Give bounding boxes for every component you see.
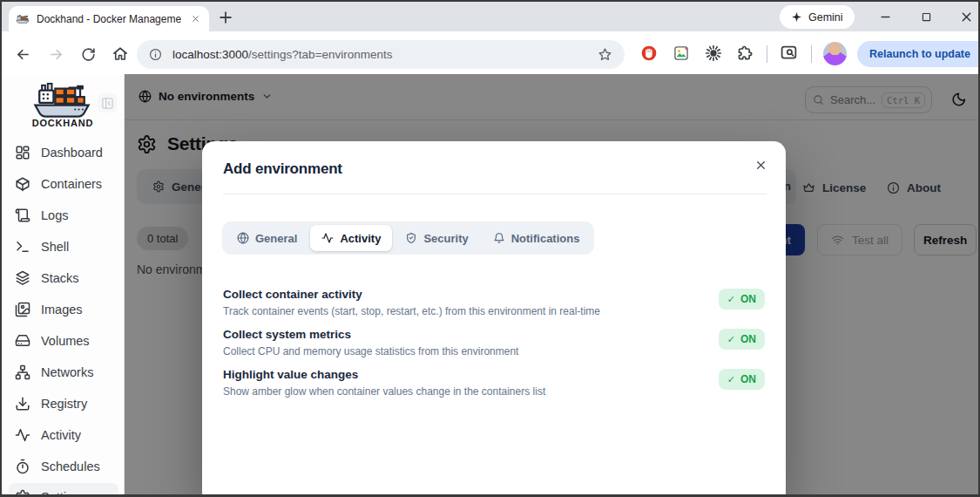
sidebar-item-volumes[interactable]: Volumes [9,328,118,354]
sidebar-item-registry[interactable]: Registry [9,391,118,417]
download-icon [15,396,30,412]
browser-window: Dockhand - Docker Manageme Gemini localh… [0,0,980,497]
modal-tab-security[interactable]: Security [394,225,479,251]
sidebar-item-schedules[interactable]: Schedules [9,453,118,480]
sidebar-item-containers[interactable]: Containers [9,171,118,197]
back-button[interactable] [11,43,34,65]
timer-icon [15,459,30,474]
modal-close-icon[interactable] [751,155,770,174]
ship-favicon-icon [16,12,30,26]
box-icon [15,176,30,192]
browser-tabstrip: Dockhand - Docker Manageme Gemini [2,2,978,31]
bookmark-star-icon[interactable] [598,47,612,62]
sidebar-item-stacks[interactable]: Stacks [9,265,118,291]
dashboard-grid-icon [15,145,30,160]
setting-row-highlight-value-changes: Highlight value changes Show amber glow … [223,368,765,398]
layers-icon [15,270,30,286]
url-path: /settings?tab=environments [248,48,392,61]
relaunch-button[interactable]: Relaunch to update [857,41,980,67]
setting-row-collect-container-activity: Collect container activity Track contain… [223,288,765,318]
window-minimize-button[interactable] [876,8,894,25]
url-text: localhost:3000/settings?tab=environments [172,48,393,61]
toggle-on-badge[interactable]: ✓ON [719,289,765,310]
new-tab-button[interactable] [217,9,234,26]
network-icon [15,364,30,380]
sidebar-item-activity[interactable]: Activity [9,422,118,448]
tab-search-icon[interactable] [780,44,798,62]
gemini-label: Gemini [808,11,843,24]
sidebar-item-shell[interactable]: Shell [9,234,118,260]
address-bar[interactable]: localhost:3000/settings?tab=environments [137,40,625,69]
setting-description: Track container events (start, stop, res… [223,305,600,319]
setting-row-collect-system-metrics: Collect system metrics Collect CPU and m… [223,328,765,358]
setting-title: Collect container activity [223,288,600,303]
hard-drive-icon [15,333,30,349]
globe-icon [237,232,249,244]
tab-close-icon[interactable] [188,12,202,26]
forward-button[interactable] [44,43,67,65]
dockhand-logo [30,82,93,119]
activity-icon [15,427,30,443]
url-host: localhost:3000 [172,48,248,61]
site-info-icon[interactable] [149,48,162,61]
toggle-on-badge[interactable]: ✓ON [719,329,765,350]
puzzle-icon[interactable] [737,44,754,62]
reload-button[interactable] [77,43,99,65]
sidebar: DOCKHAND Dashboard Containers Logs Shell… [2,74,125,494]
sidebar-item-networks[interactable]: Networks [9,359,118,385]
modal-divider [223,194,767,194]
check-icon: ✓ [727,374,735,385]
check-icon: ✓ [727,294,735,305]
setting-title: Collect system metrics [223,328,518,343]
shield-check-icon [405,232,417,244]
toggle-on-badge[interactable]: ✓ON [719,369,765,390]
adblock-hand-icon[interactable] [640,44,658,62]
modal-tab-general[interactable]: General [226,225,308,251]
sidebar-item-settings[interactable]: Settings [9,483,118,497]
sidebar-item-images[interactable]: Images [9,296,118,323]
toolbar-divider [767,45,767,63]
window-maximize-button[interactable] [917,8,935,25]
browser-tab[interactable]: Dockhand - Docker Manageme [9,6,209,31]
sidebar-item-logs[interactable]: Logs [9,202,118,228]
scroll-icon [15,208,30,223]
bell-icon [493,232,505,244]
sidebar-item-dashboard[interactable]: Dashboard [9,140,118,166]
sidebar-collapse-button[interactable] [98,93,117,112]
brand-name: DOCKHAND [17,118,108,128]
image-extension-icon[interactable] [672,44,690,62]
setting-description: Show amber glow when container values ch… [223,385,545,399]
add-environment-modal: Add environment General Activity Securit… [202,141,786,494]
window-close-button[interactable] [957,8,975,25]
modal-tab-activity[interactable]: Activity [310,225,392,251]
sun-extension-icon[interactable] [705,44,722,62]
gemini-star-icon [791,11,802,23]
images-icon [15,302,30,317]
setting-title: Highlight value changes [223,368,545,383]
home-button[interactable] [109,43,132,65]
activity-icon [321,232,334,244]
profile-avatar[interactable] [823,42,847,65]
modal-title: Add environment [223,160,342,178]
gemini-button[interactable]: Gemini [780,5,855,29]
check-icon: ✓ [727,334,735,345]
setting-description: Collect CPU and memory usage statistics … [223,345,518,359]
modal-tab-bar: General Activity Security Notifications [222,221,594,255]
terminal-icon [15,239,30,255]
relaunch-label: Relaunch to update [869,48,970,60]
browser-tab-title: Dockhand - Docker Manageme [37,13,181,25]
toolbar-divider [811,45,812,63]
gear-icon [15,489,30,497]
modal-tab-notifications[interactable]: Notifications [482,225,591,251]
